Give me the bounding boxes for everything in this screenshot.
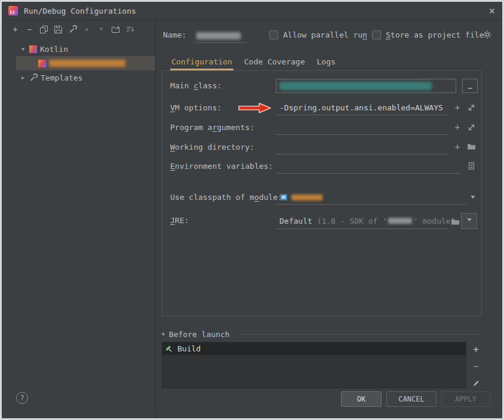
program-arguments-label: Program arguments: bbox=[170, 123, 254, 132]
before-launch-item-build[interactable]: Build bbox=[162, 342, 466, 355]
tree-node-kotlin[interactable]: ▼ Kotlin bbox=[2, 42, 155, 56]
working-directory-row: Working directory: + bbox=[162, 140, 481, 156]
vm-options-input[interactable]: -Dspring.output.ansi.enabled=ALWAYS bbox=[276, 101, 448, 115]
redacted-main-class-value bbox=[279, 82, 432, 90]
configuration-editor: Name: Allow parallel run Store as projec… bbox=[156, 20, 502, 418]
run-debug-configurations-dialog: IJ Run/Debug Configurations × + − ▲ ▼ bbox=[0, 0, 504, 420]
tab-code-coverage[interactable]: Code Coverage bbox=[243, 57, 306, 70]
tree-node-kotlin-label: Kotlin bbox=[40, 45, 68, 54]
jre-value: Default (1.8 - SDK of '' module) bbox=[276, 217, 455, 226]
use-classpath-combo[interactable] bbox=[276, 190, 467, 205]
add-configuration-button[interactable]: + bbox=[10, 24, 20, 35]
use-classpath-label: Use classpath of module: bbox=[170, 193, 282, 202]
move-down-button[interactable]: ▼ bbox=[96, 24, 106, 35]
close-icon[interactable]: × bbox=[489, 6, 495, 16]
redacted-configuration-name bbox=[49, 60, 125, 67]
before-launch-item-label: Build bbox=[177, 344, 201, 353]
dropdown-arrow-icon bbox=[467, 218, 472, 224]
kotlin-icon bbox=[29, 45, 37, 53]
tree-node-selected-configuration[interactable] bbox=[16, 56, 155, 70]
chevron-right-icon[interactable]: ▶ bbox=[20, 75, 26, 81]
vm-options-value: -Dspring.output.ansi.enabled=ALWAYS bbox=[276, 103, 443, 112]
tab-bar: Configuration Code Coverage Logs bbox=[156, 51, 502, 70]
working-directory-label: Working directory: bbox=[170, 143, 254, 152]
browse-main-class-button[interactable]: … bbox=[462, 79, 478, 93]
jre-combo[interactable]: Default (1.8 - SDK of '' module) bbox=[276, 213, 448, 229]
annotation-arrow-icon bbox=[238, 102, 272, 114]
tree-node-templates[interactable]: ▶ Templates bbox=[2, 70, 155, 85]
window-title: Run/Debug Configurations bbox=[24, 7, 136, 16]
name-label: Name: bbox=[163, 30, 186, 39]
module-icon bbox=[279, 193, 288, 201]
folder-icon[interactable] bbox=[466, 141, 477, 152]
jre-row: JRE: Default (1.8 - SDK of '' module) bbox=[162, 213, 481, 231]
ok-button[interactable]: OK bbox=[341, 391, 382, 407]
jre-label: JRE: bbox=[170, 216, 189, 225]
edit-pencil-icon[interactable] bbox=[471, 378, 481, 388]
before-launch-separator bbox=[238, 334, 482, 335]
allow-parallel-run-label[interactable]: Allow parallel run bbox=[283, 30, 367, 39]
save-configuration-icon[interactable] bbox=[53, 24, 63, 35]
add-icon[interactable]: + bbox=[452, 141, 463, 152]
allow-parallel-run-checkbox[interactable] bbox=[269, 30, 278, 39]
intellij-logo-icon: IJ bbox=[8, 6, 18, 16]
before-launch-header[interactable]: ▼ Before launch bbox=[162, 330, 482, 339]
environment-variables-row: Environment variables: bbox=[162, 159, 481, 175]
kotlin-icon bbox=[38, 60, 46, 67]
redacted-jre-module-name bbox=[388, 218, 412, 224]
name-input[interactable] bbox=[194, 29, 247, 43]
configurations-tree: ▼ Kotlin ▶ Templates bbox=[2, 42, 155, 85]
name-row: Name: Allow parallel run Store as projec… bbox=[156, 27, 502, 44]
remove-before-launch-task-button[interactable]: − bbox=[471, 361, 481, 372]
title-bar: IJ Run/Debug Configurations × bbox=[2, 2, 502, 20]
intellij-logo-text: IJ bbox=[10, 10, 14, 15]
sort-configurations-icon[interactable] bbox=[125, 24, 135, 35]
add-icon[interactable]: + bbox=[452, 102, 463, 113]
chevron-down-icon[interactable]: ▼ bbox=[162, 332, 165, 337]
sidebar-toolbar: + − ▲ ▼ bbox=[2, 20, 155, 38]
cancel-button[interactable]: CANCEL bbox=[386, 391, 437, 407]
before-launch-list[interactable]: Build bbox=[162, 342, 466, 388]
working-directory-input[interactable] bbox=[276, 140, 448, 155]
main-class-row: Main class: … bbox=[162, 78, 481, 94]
add-before-launch-task-button[interactable]: + bbox=[471, 344, 481, 355]
chevron-down-icon[interactable]: ▼ bbox=[20, 47, 26, 52]
hammer-icon bbox=[165, 345, 173, 353]
tree-node-templates-label: Templates bbox=[41, 73, 82, 82]
move-up-button[interactable]: ▲ bbox=[82, 24, 92, 35]
vm-options-label: VM options: bbox=[170, 103, 222, 112]
tab-logs[interactable]: Logs bbox=[316, 57, 337, 70]
dropdown-arrow-icon[interactable] bbox=[471, 196, 475, 201]
tab-configuration[interactable]: Configuration bbox=[170, 57, 233, 70]
store-as-project-file-label[interactable]: Store as project file bbox=[386, 30, 484, 39]
gear-icon[interactable] bbox=[483, 30, 492, 41]
copy-configuration-icon[interactable] bbox=[39, 24, 49, 35]
main-class-label: Main class: bbox=[170, 81, 222, 90]
remove-configuration-button[interactable]: − bbox=[24, 24, 35, 35]
env-list-icon[interactable] bbox=[466, 160, 477, 171]
add-icon[interactable]: + bbox=[452, 122, 463, 132]
edit-templates-wrench-icon[interactable] bbox=[67, 24, 78, 35]
configurations-sidebar: + − ▲ ▼ ▼ Kotlin bbox=[2, 20, 156, 418]
apply-button[interactable]: APPLY bbox=[441, 391, 490, 407]
expand-icon[interactable] bbox=[466, 102, 477, 113]
environment-variables-input[interactable] bbox=[276, 159, 461, 174]
main-class-input[interactable] bbox=[276, 79, 456, 93]
configuration-form: Main class: … VM options: -Dspring.outpu… bbox=[162, 70, 482, 316]
vm-options-row: VM options: -Dspring.output.ansi.enabled… bbox=[162, 100, 481, 116]
templates-wrench-icon bbox=[29, 73, 38, 82]
expand-icon[interactable] bbox=[466, 122, 477, 132]
folder-icon[interactable] bbox=[450, 217, 460, 227]
program-arguments-row: Program arguments: + bbox=[162, 120, 481, 136]
redacted-name-value bbox=[196, 32, 241, 39]
before-launch-title: Before launch bbox=[169, 330, 230, 339]
redacted-module-name bbox=[291, 194, 322, 200]
program-arguments-input[interactable] bbox=[276, 121, 448, 135]
use-classpath-row: Use classpath of module: bbox=[162, 190, 481, 206]
help-button[interactable]: ? bbox=[16, 392, 28, 404]
jre-dropdown-button[interactable] bbox=[461, 213, 477, 229]
environment-variables-label: Environment variables: bbox=[170, 162, 273, 171]
new-folder-icon[interactable] bbox=[110, 24, 121, 35]
store-as-project-file-checkbox[interactable] bbox=[372, 30, 381, 39]
